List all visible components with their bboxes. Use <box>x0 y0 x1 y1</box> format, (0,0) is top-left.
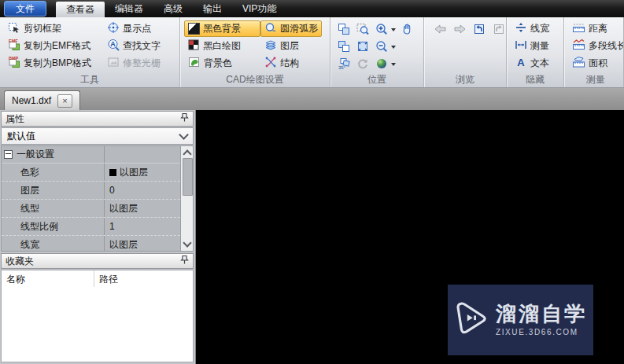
measure-area-button[interactable]: 面积 <box>568 55 623 72</box>
cad-viewer-window: 文件 查看器 编辑器 高级 输出 VIP功能 剪切框架 EMF 复制为EMF格式 <box>0 0 624 364</box>
distance-icon <box>572 21 585 36</box>
smooth-arc-toggle[interactable]: 圆滑弧形 <box>260 20 322 37</box>
crop-frame-button[interactable]: 剪切框架 <box>4 20 103 37</box>
file-menu-button[interactable]: 文件 <box>4 1 46 17</box>
property-row-layer[interactable]: 图层 0 <box>2 182 180 200</box>
button-label: 多段线长 <box>589 39 624 53</box>
drawing-canvas[interactable]: 溜溜自学 zixue.3d66.com <box>196 110 624 364</box>
measure-hide-icon <box>515 39 527 53</box>
copy-bmp-button[interactable]: BMP 复制为BMP格式 <box>4 55 103 72</box>
zoom-out-icon[interactable] <box>374 39 390 54</box>
button-label: 圆滑弧形 <box>280 22 318 35</box>
find-text-button[interactable]: A 查找文字 <box>103 38 164 54</box>
property-label: 色彩 <box>2 166 104 179</box>
favorites-panel-title: 收藏夹 <box>6 255 34 268</box>
ribbon-group-browse: 浏览 <box>424 17 507 87</box>
property-row-linetype[interactable]: 线型 以图层 <box>2 200 180 218</box>
svg-text:A: A <box>110 40 116 48</box>
properties-panel-header: 属性 <box>1 111 194 127</box>
scroll-down-icon[interactable] <box>183 238 191 247</box>
forward-icon <box>452 22 467 37</box>
ribbon-group-position: 35° 位置 <box>330 17 424 87</box>
menu-tab-advanced[interactable]: 高级 <box>153 0 193 17</box>
button-label: 修整光栅 <box>123 57 161 70</box>
text-icon: A <box>515 56 527 71</box>
button-label: 图层 <box>280 39 299 53</box>
property-preset-select[interactable]: 默认值 <box>1 127 194 145</box>
button-label: 测量 <box>530 39 549 53</box>
favorites-column-name[interactable]: 名称 <box>2 270 94 287</box>
zoom-in-dropdown-arrow[interactable] <box>391 28 396 34</box>
property-value: 以图层 <box>104 238 138 252</box>
svg-text:35°: 35° <box>338 65 346 70</box>
property-value: 以图层 <box>120 166 148 179</box>
menu-tab-output[interactable]: 输出 <box>193 0 232 17</box>
black-background-icon <box>188 23 200 35</box>
hide-lineweight-button[interactable]: 线宽 <box>511 20 563 37</box>
copy-emf-button[interactable]: EMF 复制为EMF格式 <box>4 38 103 54</box>
pin-icon[interactable] <box>180 112 189 125</box>
property-grid: 一般设置 色彩 以图层 图层 0 线型 以图层 线型比例 1 <box>1 145 194 252</box>
button-label: 线宽 <box>530 22 549 35</box>
button-label: 结构 <box>280 57 299 70</box>
menu-tab-editor[interactable]: 编辑器 <box>105 0 153 17</box>
background-color-button[interactable]: 背景色 <box>184 55 260 72</box>
area-icon <box>572 56 585 71</box>
property-label: 线型 <box>2 202 104 215</box>
copy-emf-icon: EMF <box>8 39 20 53</box>
property-row-linetype-scale[interactable]: 线型比例 1 <box>2 218 180 236</box>
watermark-site: zixue.3d66.com <box>496 328 587 336</box>
group-label-measure: 测量 <box>564 73 623 86</box>
copy-view-icon[interactable] <box>336 22 352 37</box>
show-point-button[interactable]: 显示点 <box>103 20 164 37</box>
property-row-lineweight[interactable]: 线宽 以图层 <box>2 236 180 252</box>
group-label-tools: 工具 <box>0 73 179 86</box>
favorites-column-path[interactable]: 路径 <box>94 270 193 287</box>
close-tab-button[interactable]: × <box>57 94 72 108</box>
smooth-arc-icon <box>264 21 277 36</box>
measure-distance-button[interactable]: 距离 <box>568 20 623 37</box>
scroll-up-icon[interactable] <box>183 149 191 158</box>
property-value: 0 <box>104 185 115 196</box>
show-point-icon <box>107 21 120 36</box>
property-grid-scrollbar[interactable] <box>180 146 193 251</box>
document-tab[interactable]: New1.dxf × <box>4 90 80 110</box>
favorites-column-headers: 名称 路径 <box>2 270 193 287</box>
layers-button[interactable]: 图层 <box>260 38 322 54</box>
measure-polyline-button[interactable]: 多段线长 <box>568 38 623 54</box>
property-row-color[interactable]: 色彩 以图层 <box>2 164 180 182</box>
bw-drawing-button[interactable]: 黑白绘图 <box>184 38 260 54</box>
menu-tab-viewer[interactable]: 查看器 <box>56 2 105 17</box>
property-group-row[interactable]: 一般设置 <box>2 146 180 164</box>
favorites-list-area[interactable] <box>2 287 193 362</box>
group-label-hide: 隐藏 <box>507 73 563 86</box>
black-background-toggle[interactable]: 黑色背景 <box>184 20 260 37</box>
scrollbar-thumb[interactable] <box>183 158 193 196</box>
pan-hand-icon[interactable] <box>399 22 415 37</box>
render-color-icon[interactable] <box>374 57 390 72</box>
pin-icon[interactable] <box>180 255 189 267</box>
zoom-window-icon[interactable] <box>355 22 371 37</box>
zoom-in-icon[interactable] <box>374 22 390 37</box>
document-tab-bar: New1.dxf × <box>0 88 624 110</box>
fit-extents-icon[interactable] <box>355 39 371 54</box>
previous-view-icon[interactable] <box>472 22 487 37</box>
watermark-title: 溜溜自学 <box>496 303 587 324</box>
menu-tab-vip[interactable]: VIP功能 <box>232 0 286 17</box>
property-group-label: 一般设置 <box>17 148 54 161</box>
document-tab-label: New1.dxf <box>12 95 51 106</box>
paste-view-icon[interactable] <box>336 39 352 54</box>
lineweight-icon <box>515 21 527 36</box>
rotate-35-icon[interactable]: 35° <box>336 57 352 72</box>
render-color-dropdown-arrow[interactable] <box>391 63 396 68</box>
bw-drawing-icon <box>188 39 200 53</box>
button-label: 文本 <box>530 57 549 70</box>
hide-measure-button[interactable]: 测量 <box>511 38 563 54</box>
hide-text-button[interactable]: A 文本 <box>511 55 563 72</box>
group-label-cad-settings: CAD绘图设置 <box>180 73 330 86</box>
polyline-length-icon <box>572 39 585 53</box>
structure-icon <box>264 56 277 71</box>
structure-button[interactable]: 结构 <box>260 55 322 72</box>
collapse-minus-icon[interactable] <box>4 150 13 159</box>
zoom-out-dropdown-arrow[interactable] <box>391 46 396 51</box>
